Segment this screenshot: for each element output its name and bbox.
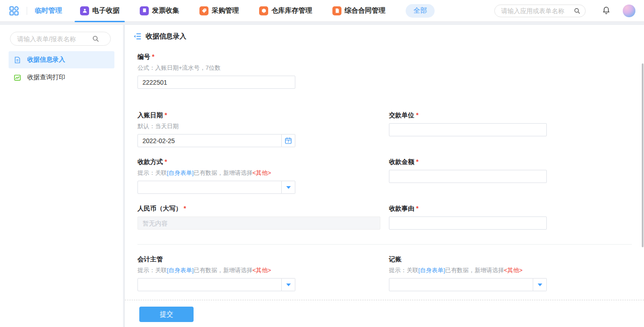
search-icon[interactable] <box>92 35 99 43</box>
vertical-scrollbar-thumb[interactable] <box>642 63 644 247</box>
sidebar-item-receipt-query-print[interactable]: 收据查询打印 <box>9 69 114 86</box>
top-navbar: 临时管理 电子收据 发票收集 采购管理 仓库库存管理 综合合同管理 全部 <box>0 0 644 22</box>
entry-date-picker: 7 <box>137 134 295 147</box>
field-hint-receipt-no: 公式：入账日期+流水号，7位数 <box>137 64 389 72</box>
chevron-down-icon[interactable] <box>282 278 295 291</box>
chief-accountant-input[interactable] <box>137 278 282 291</box>
bookkeeper-select <box>389 278 547 291</box>
field-hint-payment-method: 提示：关联[自身表单]已有数据，新增请选择<其他> <box>137 169 389 177</box>
tag-icon <box>199 6 208 15</box>
field-label-reason: 收款事由 <box>389 204 632 213</box>
field-label-receipt-no: 编号 <box>137 52 389 61</box>
field-label-entry-date: 入账日期 <box>137 111 389 120</box>
amount-caps-input <box>137 216 380 230</box>
tab-label: 仓库库存管理 <box>271 6 312 15</box>
svg-text:7: 7 <box>288 140 289 143</box>
chevron-down-icon[interactable] <box>282 181 295 194</box>
tab-label: 电子收据 <box>92 6 119 15</box>
sidebar: 收据信息录入 收据查询打印 <box>0 25 123 327</box>
sidebar-item-label: 收据查询打印 <box>27 73 65 82</box>
submit-button[interactable]: 提交 <box>139 307 194 322</box>
receipt-icon <box>140 6 149 15</box>
field-label-payment-method: 收款方式 <box>137 157 389 166</box>
chief-accountant-select <box>137 278 295 291</box>
field-hint-entry-date: 默认：当天日期 <box>137 122 389 130</box>
entry-date-input[interactable] <box>137 134 282 147</box>
apps-grid-icon[interactable] <box>9 6 19 16</box>
notification-bell-icon[interactable] <box>602 6 611 15</box>
self-form-link[interactable]: [自身表单] <box>418 267 445 274</box>
tab-electronic-receipt[interactable]: 电子收据 <box>80 0 119 22</box>
main-content: 收据信息录入 编号 公式：入账日期+流水号，7位数 入账日期 默认：当天日期 <box>125 25 644 327</box>
tab-label: 发票收集 <box>152 6 179 15</box>
collapse-sidebar-icon[interactable] <box>133 33 142 40</box>
payment-method-input[interactable] <box>137 181 282 194</box>
user-avatar[interactable] <box>623 5 635 17</box>
app-search <box>494 5 586 17</box>
all-apps-badge[interactable]: 全部 <box>406 4 435 18</box>
calendar-icon[interactable]: 7 <box>282 134 295 147</box>
field-label-bookkeeper: 记账 <box>389 255 632 264</box>
amount-input[interactable] <box>389 170 547 183</box>
self-form-link[interactable]: [自身表单] <box>167 169 194 176</box>
chart-icon <box>14 74 21 82</box>
tab-label: 采购管理 <box>212 6 239 15</box>
section-divider <box>137 244 632 245</box>
nav-divider <box>27 7 27 15</box>
field-label-amount: 收款金额 <box>389 157 632 166</box>
sidebar-item-receipt-entry[interactable]: 收据信息录入 <box>9 51 114 68</box>
form-search <box>10 32 114 46</box>
receipt-form: 编号 公式：入账日期+流水号，7位数 入账日期 默认：当天日期 7 <box>125 41 644 309</box>
search-icon[interactable] <box>573 7 581 14</box>
content-header: 收据信息录入 <box>125 25 644 41</box>
app-search-input[interactable] <box>494 5 586 17</box>
receipt-no-input[interactable] <box>137 76 295 89</box>
reason-input[interactable] <box>389 216 547 230</box>
field-label-amount-caps: 人民币（大写） <box>137 204 389 213</box>
contract-icon <box>332 6 341 15</box>
form-footer: 提交 <box>125 300 644 327</box>
bookkeeper-input[interactable] <box>389 278 533 291</box>
field-label-payer-unit: 交款单位 <box>389 111 632 120</box>
person-icon <box>80 6 89 15</box>
tab-invoice-collection[interactable]: 发票收集 <box>140 0 179 22</box>
box-icon <box>259 6 268 15</box>
document-icon <box>14 56 21 64</box>
tab-contract-management[interactable]: 综合合同管理 <box>332 0 385 22</box>
nav-item-workspace[interactable]: 临时管理 <box>35 6 62 15</box>
sidebar-item-label: 收据信息录入 <box>27 56 65 64</box>
field-hint-chief-accountant: 提示：关联[自身表单]已有数据，新增请选择<其他> <box>137 266 389 274</box>
payment-method-select <box>137 181 295 194</box>
tab-purchase-management[interactable]: 采购管理 <box>199 0 239 22</box>
self-form-link[interactable]: [自身表单] <box>167 267 194 274</box>
tab-label: 综合合同管理 <box>345 6 385 15</box>
field-label-chief-accountant: 会计主管 <box>137 255 389 264</box>
field-hint-bookkeeper: 提示：关联[自身表单]已有数据，新增请选择<其他> <box>389 266 632 274</box>
chevron-down-icon[interactable] <box>533 278 547 291</box>
payer-unit-input[interactable] <box>389 123 547 136</box>
page-title: 收据信息录入 <box>146 32 186 41</box>
tab-warehouse-inventory[interactable]: 仓库库存管理 <box>259 0 312 22</box>
